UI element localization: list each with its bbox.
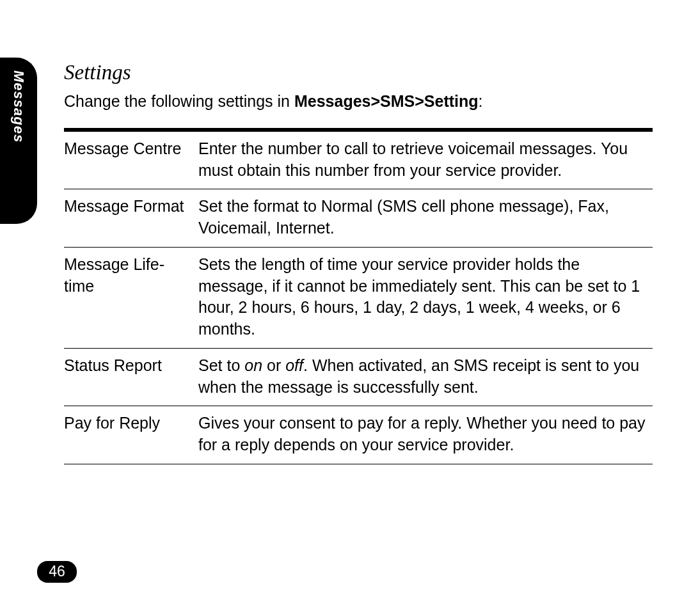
side-tab-label: Messages [10, 70, 27, 143]
intro-text: Change the following settings in Message… [64, 91, 653, 113]
setting-label: Status Report [64, 348, 198, 406]
table-row: Pay for ReplyGives your consent to pay f… [64, 406, 653, 464]
table-row: Status ReportSet to on or off. When acti… [64, 348, 653, 406]
setting-label: Message Centre [64, 131, 198, 189]
setting-description: Gives your consent to pay for a reply. W… [198, 406, 653, 464]
side-tab: Messages [0, 58, 37, 224]
setting-label: Message Life­time [64, 247, 198, 348]
intro-path: Messages>SMS>Setting [294, 92, 479, 110]
setting-description: Sets the length of time your service pro… [198, 247, 653, 348]
intro-suffix: : [479, 92, 483, 110]
setting-description: Set to on or off. When activated, an SMS… [198, 348, 653, 406]
table-row: Message CentreEnter the number to call t… [64, 131, 653, 189]
setting-label: Message Format [64, 189, 198, 248]
section-title: Settings [64, 61, 653, 84]
setting-label: Pay for Reply [64, 406, 198, 464]
page-content: Settings Change the following settings i… [64, 61, 653, 464]
setting-description: Set the format to Normal (SMS cell phone… [198, 189, 653, 248]
settings-table: Message CentreEnter the number to call t… [64, 128, 653, 464]
table-row: Message Life­timeSets the length of time… [64, 247, 653, 348]
setting-description: Enter the number to call to retrieve voi… [198, 131, 653, 189]
page-number: 46 [37, 561, 77, 583]
table-row: Message FormatSet the format to Normal (… [64, 189, 653, 248]
intro-prefix: Change the following settings in [64, 92, 294, 110]
